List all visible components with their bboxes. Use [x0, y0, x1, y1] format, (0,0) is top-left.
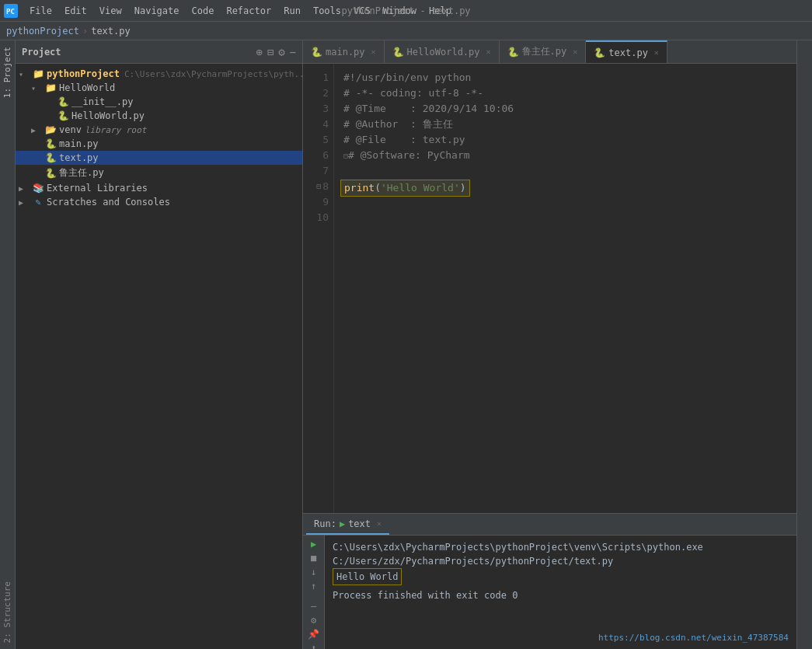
tree-label: 鲁主任.py	[59, 166, 104, 180]
python-file-icon: 🐍	[44, 168, 58, 179]
no-arrow	[44, 112, 56, 120]
tab-close-luzhanren[interactable]: ✕	[573, 47, 577, 56]
code-line-7	[343, 164, 787, 180]
code-editor[interactable]: 1 2 3 4 5 6 7 ⊟8 9 10 #!/usr/bin/env pyt…	[303, 64, 796, 513]
svg-text:PC: PC	[6, 8, 15, 16]
line-num-4: 4	[308, 117, 329, 132]
tree-item-init[interactable]: 🐍 __init__.py	[16, 95, 302, 109]
run-tab-close[interactable]: ✕	[377, 519, 382, 528]
library-icon: 📚	[31, 183, 45, 194]
tab-close-text[interactable]: ✕	[654, 48, 659, 57]
expand-arrow: ▶	[19, 198, 31, 207]
no-arrow	[31, 169, 44, 177]
tree-item-venv[interactable]: ▶ 📂 venv library root	[16, 123, 302, 137]
scroll-up-button[interactable]: ↑	[306, 581, 322, 591]
run-button[interactable]: ▶	[306, 539, 322, 550]
run-icon: ▶	[340, 518, 345, 529]
line-num-9: 9	[308, 194, 329, 210]
blog-link[interactable]: https://blog.csdn.net/weixin_47387584	[598, 633, 789, 643]
line-num-3: 3	[308, 101, 329, 117]
tree-item-scratches[interactable]: ▶ ✎ Scratches and Consoles	[16, 195, 302, 209]
python-file-icon: 🐍	[44, 152, 58, 163]
code-line-3: # @Time : 2020/9/14 10:06	[343, 101, 787, 117]
tree-label: HelloWorld.py	[71, 110, 145, 121]
tree-label: __init__.py	[71, 96, 133, 107]
run-toolbar: ▶ ■ ↓ ↑ — ⚙ 📌 ⬆ 🗑	[303, 536, 325, 649]
python-file-icon: 🐍	[56, 96, 70, 107]
scroll-down-button[interactable]: ↓	[306, 567, 322, 577]
tab-label: main.py	[326, 47, 365, 58]
no-arrow	[44, 98, 56, 106]
tab-label: 鲁主任.py	[522, 45, 567, 58]
folder-icon: 📂	[44, 124, 58, 135]
terminal-content[interactable]: C:\Users\zdx\PycharmProjects\pythonProje…	[325, 536, 796, 607]
menu-run[interactable]: Run	[277, 4, 307, 18]
sidebar-tab-project[interactable]: 1: Project	[1, 40, 14, 104]
menu-refactor[interactable]: Refactor	[220, 4, 277, 18]
menu-navigate[interactable]: Navigate	[128, 4, 186, 18]
line-num-6: 6	[308, 148, 329, 163]
breadcrumb-file: text.py	[91, 26, 131, 37]
code-line-2: # -*- coding: utf-8 -*-	[343, 85, 787, 101]
menu-view[interactable]: View	[93, 4, 128, 18]
close-panel-icon[interactable]: −	[290, 46, 296, 58]
tree-item-HelloWorld[interactable]: ▾ 📁 HelloWorld	[16, 81, 302, 95]
tree-item-text-py[interactable]: 🐍 text.py	[16, 151, 302, 165]
tab-luzhanren-py[interactable]: 🐍 鲁主任.py ✕	[500, 40, 587, 63]
editor-area: 🐍 main.py ✕ 🐍 HelloWorld.py ✕ 🐍 鲁主任.py ✕…	[303, 40, 796, 649]
tree-label: main.py	[59, 138, 99, 149]
tab-label: text.py	[608, 47, 648, 58]
tree-label: Scratches and Consoles	[47, 197, 170, 208]
breadcrumb-project[interactable]: pythonProject	[6, 26, 79, 37]
expand-arrow: ▶	[19, 184, 31, 193]
tab-close-main[interactable]: ✕	[371, 47, 376, 56]
menu-edit[interactable]: Edit	[58, 4, 93, 18]
terminal-wrapper: C:\Users\zdx\PycharmProjects\pythonProje…	[325, 536, 796, 649]
code-line-8: print('Hello World')	[343, 180, 787, 197]
settings-icon[interactable]: ⚙	[278, 46, 284, 58]
code-line-9	[343, 197, 787, 212]
terminal-output: Hello World	[333, 568, 789, 585]
line-num-8: ⊟8	[308, 179, 329, 194]
tree-item-luzhanren-py[interactable]: 🐍 鲁主任.py	[16, 165, 302, 181]
tab-main-py[interactable]: 🐍 main.py ✕	[303, 40, 385, 63]
tab-label: HelloWorld.py	[407, 47, 480, 58]
sidebar-tab-structure[interactable]: 2: Structure	[1, 575, 14, 649]
bottom-content: ▶ ■ ↓ ↑ — ⚙ 📌 ⬆ 🗑 C:\Users\zdx\PycharmPr…	[303, 536, 796, 649]
line-num-2: 2	[308, 85, 329, 101]
tree-item-main-py[interactable]: 🐍 main.py	[16, 137, 302, 151]
bottom-panel: Run: ▶ text ✕ ▶ ■ ↓ ↑ — ⚙ 📌 ⬆ 🗑	[303, 513, 796, 649]
no-arrow	[31, 140, 44, 148]
expand-arrow: ▾	[19, 70, 31, 79]
add-icon[interactable]: ⊕	[256, 46, 262, 58]
code-content[interactable]: #!/usr/bin/env python # -*- coding: utf-…	[334, 64, 796, 513]
expand-arrow: ▶	[31, 126, 44, 134]
project-panel: Project ⊕ ⊟ ⚙ − ▾ 📁 pythonProject C:\Use…	[16, 40, 303, 649]
settings-run-icon[interactable]: ⚙	[306, 615, 322, 626]
tree-item-pythonProject[interactable]: ▾ 📁 pythonProject C:\Users\zdx\PycharmPr…	[16, 67, 302, 81]
stop-button[interactable]: ■	[306, 553, 322, 564]
tree-item-external-libs[interactable]: ▶ 📚 External Libraries	[16, 181, 302, 195]
tab-text-py[interactable]: 🐍 text.py ✕	[586, 40, 667, 63]
code-line-4: # @Author : 鲁主任	[343, 117, 787, 132]
collapse-icon[interactable]: ⊟	[267, 46, 274, 58]
python-icon: 🐍	[507, 47, 519, 58]
run-label: Run:	[314, 518, 336, 529]
tab-close-helloworld[interactable]: ✕	[486, 47, 491, 56]
tree-item-helloworld-py[interactable]: 🐍 HelloWorld.py	[16, 109, 302, 123]
tree-label: HelloWorld	[59, 82, 115, 93]
tree-label: text.py	[59, 152, 99, 163]
menu-file[interactable]: File	[23, 4, 58, 18]
code-line-1: #!/usr/bin/env python	[343, 70, 787, 85]
run-tab[interactable]: Run: ▶ text ✕	[306, 514, 389, 535]
python-file-icon: 🐍	[44, 138, 58, 149]
pin-button[interactable]: 📌	[306, 629, 322, 640]
export-button[interactable]: ⬆	[306, 643, 322, 649]
folder-icon: 📁	[31, 68, 45, 79]
breadcrumb-separator: ›	[82, 26, 88, 37]
menu-code[interactable]: Code	[186, 4, 221, 18]
fold-marker-8[interactable]: ⊟	[316, 179, 321, 194]
tab-helloworld-py[interactable]: 🐍 HelloWorld.py ✕	[385, 40, 500, 63]
app-logo: PC	[3, 3, 19, 19]
main-area: 1: Project 2: Structure Project ⊕ ⊟ ⚙ − …	[0, 40, 812, 649]
